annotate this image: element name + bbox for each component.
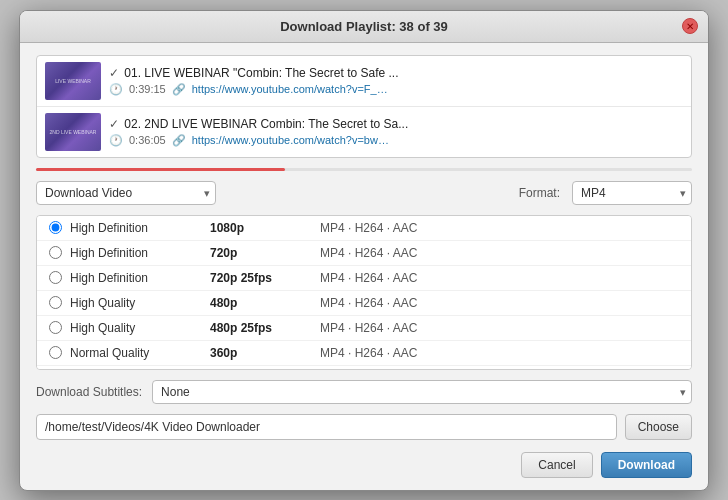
link-icon: 🔗 — [172, 83, 186, 96]
checkmark-icon: ✓ — [109, 117, 119, 131]
progress-bar — [36, 168, 285, 171]
path-input[interactable] — [36, 414, 617, 440]
quality-name: High Quality — [70, 296, 210, 310]
quality-codec: MP4 · H264 · AAC — [320, 246, 417, 260]
subtitle-wrapper[interactable]: None English Auto-generated — [152, 380, 692, 404]
subtitle-select[interactable]: None English Auto-generated — [152, 380, 692, 404]
path-row: Choose — [36, 414, 692, 440]
quality-radio-hd720[interactable] — [49, 246, 62, 259]
item-url[interactable]: https://www.youtube.com/watch?v=bwnqNYsE… — [192, 134, 392, 146]
format-wrapper[interactable]: MP4 MKV AVI MOV — [572, 181, 692, 205]
clock-icon: 🕐 — [109, 83, 123, 96]
subtitle-row: Download Subtitles: None English Auto-ge… — [36, 380, 692, 404]
quality-resolution: 480p 25fps — [210, 321, 320, 335]
quality-codec: MP4 · H264 · AAC — [320, 346, 417, 360]
title-bar: Download Playlist: 38 of 39 ✕ — [20, 11, 708, 43]
quality-item[interactable]: High Quality 480p 25fps MP4 · H264 · AAC — [37, 316, 691, 341]
quality-radio-hq480-25fps[interactable] — [49, 321, 62, 334]
quality-item[interactable]: Normal Quality 360p 25fps MP4 · H264 · A… — [37, 366, 691, 370]
list-item: LIVE WEBINAR ✓ 01. LIVE WEBINAR "Combin:… — [37, 56, 691, 107]
quality-item[interactable]: High Definition 1080p MP4 · H264 · AAC — [37, 216, 691, 241]
item-info: ✓ 01. LIVE WEBINAR "Combin: The Secret t… — [109, 66, 683, 96]
download-type-wrapper[interactable]: Download Video Download Audio Download S… — [36, 181, 216, 205]
playlist-list[interactable]: LIVE WEBINAR ✓ 01. LIVE WEBINAR "Combin:… — [36, 55, 692, 158]
quality-resolution: 1080p — [210, 221, 320, 235]
action-row: Cancel Download — [36, 452, 692, 478]
quality-item[interactable]: High Definition 720p 25fps MP4 · H264 · … — [37, 266, 691, 291]
progress-bar-container — [36, 168, 692, 171]
item-meta: 🕐 0:39:15 🔗 https://www.youtube.com/watc… — [109, 83, 683, 96]
quality-item[interactable]: High Quality 480p MP4 · H264 · AAC — [37, 291, 691, 316]
controls-row: Download Video Download Audio Download S… — [36, 181, 692, 205]
item-info: ✓ 02. 2ND LIVE WEBINAR Combin: The Secre… — [109, 117, 683, 147]
cancel-button[interactable]: Cancel — [521, 452, 592, 478]
quality-codec: MP4 · H264 · AAC — [320, 271, 417, 285]
quality-name: Normal Quality — [70, 346, 210, 360]
quality-radio-nq360[interactable] — [49, 346, 62, 359]
item-title: ✓ 01. LIVE WEBINAR "Combin: The Secret t… — [109, 66, 683, 80]
download-playlist-dialog: Download Playlist: 38 of 39 ✕ LIVE WEBIN… — [19, 10, 709, 491]
quality-name: High Quality — [70, 321, 210, 335]
quality-name: High Definition — [70, 221, 210, 235]
list-item: 2ND LIVE WEBINAR ✓ 02. 2ND LIVE WEBINAR … — [37, 107, 691, 157]
quality-item[interactable]: Normal Quality 360p MP4 · H264 · AAC — [37, 341, 691, 366]
quality-resolution: 360p — [210, 346, 320, 360]
quality-codec: MP4 · H264 · AAC — [320, 221, 417, 235]
link-icon: 🔗 — [172, 134, 186, 147]
quality-radio-hd720-25fps[interactable] — [49, 271, 62, 284]
format-label: Format: — [519, 186, 560, 200]
close-button[interactable]: ✕ — [682, 18, 698, 34]
format-select[interactable]: MP4 MKV AVI MOV — [572, 181, 692, 205]
quality-list[interactable]: High Definition 1080p MP4 · H264 · AAC H… — [36, 215, 692, 370]
choose-button[interactable]: Choose — [625, 414, 692, 440]
download-type-select[interactable]: Download Video Download Audio Download S… — [36, 181, 216, 205]
item-title: ✓ 02. 2ND LIVE WEBINAR Combin: The Secre… — [109, 117, 683, 131]
quality-resolution: 720p 25fps — [210, 271, 320, 285]
dialog-title: Download Playlist: 38 of 39 — [280, 19, 448, 34]
quality-item[interactable]: High Definition 720p MP4 · H264 · AAC — [37, 241, 691, 266]
quality-radio-hd1080[interactable] — [49, 221, 62, 234]
checkmark-icon: ✓ — [109, 66, 119, 80]
item-url[interactable]: https://www.youtube.com/watch?v=F_v_Rfv-… — [192, 83, 392, 95]
quality-codec: MP4 · H264 · AAC — [320, 296, 417, 310]
quality-name: High Definition — [70, 246, 210, 260]
subtitle-label: Download Subtitles: — [36, 385, 142, 399]
thumbnail: 2ND LIVE WEBINAR — [45, 113, 101, 151]
download-button[interactable]: Download — [601, 452, 692, 478]
clock-icon: 🕐 — [109, 134, 123, 147]
item-meta: 🕐 0:36:05 🔗 https://www.youtube.com/watc… — [109, 134, 683, 147]
quality-name: High Definition — [70, 271, 210, 285]
thumbnail: LIVE WEBINAR — [45, 62, 101, 100]
quality-resolution: 720p — [210, 246, 320, 260]
quality-resolution: 480p — [210, 296, 320, 310]
quality-radio-hq480[interactable] — [49, 296, 62, 309]
quality-codec: MP4 · H264 · AAC — [320, 321, 417, 335]
dialog-content: LIVE WEBINAR ✓ 01. LIVE WEBINAR "Combin:… — [20, 43, 708, 490]
